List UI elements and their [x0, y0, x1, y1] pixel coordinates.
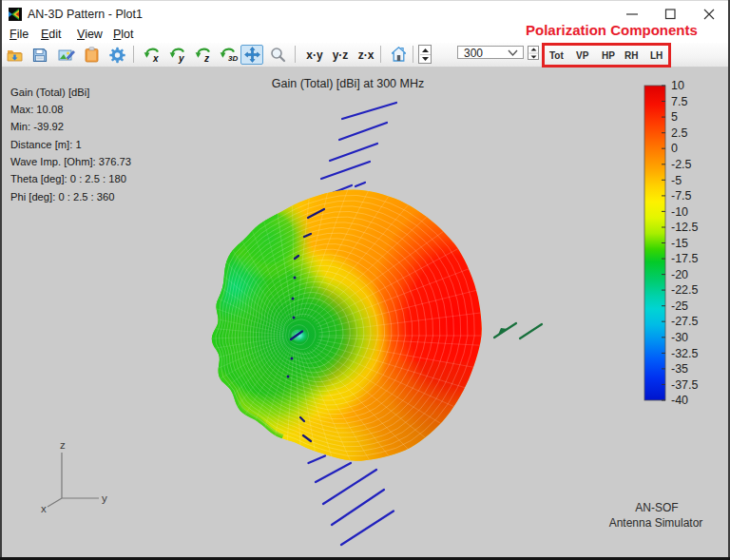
svg-text:Antenna Simulator: Antenna Simulator	[609, 516, 703, 530]
svg-text:Distance [m]: 1: Distance [m]: 1	[10, 139, 82, 150]
svg-text:-27.5: -27.5	[671, 315, 699, 328]
svg-text:x: x	[152, 53, 159, 64]
svg-text:Phi [deg]: 0 : 2.5 : 360: Phi [deg]: 0 : 2.5 : 360	[10, 191, 114, 203]
svg-text:-2.5: -2.5	[671, 158, 692, 171]
svg-text:Gain (Total) [dBi]: Gain (Total) [dBi]	[10, 87, 89, 98]
svg-text:-30: -30	[671, 331, 688, 344]
svg-text:-17.5: -17.5	[671, 252, 699, 265]
svg-text:y: y	[102, 492, 107, 504]
svg-text:-5: -5	[671, 174, 682, 187]
svg-text:-10: -10	[671, 205, 688, 219]
svg-text:-20: -20	[671, 268, 688, 281]
svg-text:AN-SOF: AN-SOF	[635, 501, 678, 514]
svg-text:Min: -39.92: Min: -39.92	[10, 121, 64, 132]
svg-text:x: x	[41, 503, 47, 514]
svg-text:7.5: 7.5	[671, 95, 687, 108]
svg-text:-12.5: -12.5	[671, 221, 699, 234]
svg-text:Wave Imp. [Ohm]: 376.73: Wave Imp. [Ohm]: 376.73	[10, 156, 131, 167]
svg-text:z: z	[203, 53, 209, 64]
svg-text:-15: -15	[671, 237, 688, 250]
svg-text:5: 5	[671, 110, 678, 124]
svg-text:10: 10	[671, 79, 684, 92]
svg-text:Theta [deg]: 0 : 2.5 : 180: Theta [deg]: 0 : 2.5 : 180	[10, 173, 126, 184]
svg-text:-22.5: -22.5	[671, 283, 699, 297]
svg-text:z: z	[60, 439, 66, 451]
svg-text:0: 0	[671, 142, 678, 155]
svg-text:-37.5: -37.5	[671, 378, 699, 392]
svg-text:-7.5: -7.5	[671, 189, 692, 203]
svg-text:y: y	[178, 53, 184, 64]
svg-text:Gain (Total) [dBi] at 300 MHz: Gain (Total) [dBi] at 300 MHz	[272, 77, 424, 90]
svg-text:-25: -25	[671, 299, 688, 313]
svg-text:3D: 3D	[228, 54, 238, 63]
svg-text:Max: 10.08: Max: 10.08	[10, 104, 63, 115]
svg-text:-40: -40	[671, 394, 688, 407]
svg-text:2.5: 2.5	[671, 126, 687, 140]
svg-text:-35: -35	[671, 362, 688, 376]
svg-text:-32.5: -32.5	[671, 347, 699, 360]
